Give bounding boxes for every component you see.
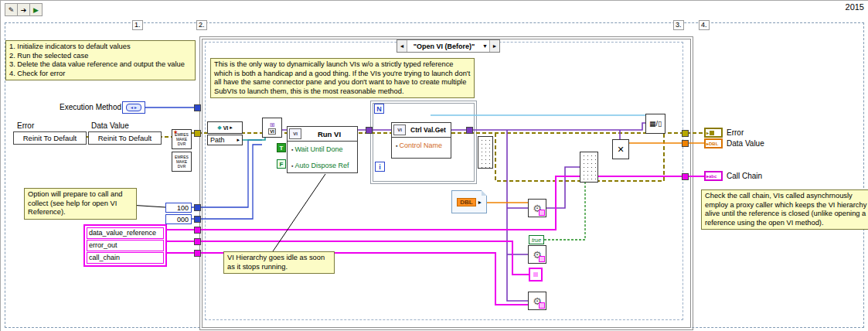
subvi-text-line: DVR bbox=[172, 142, 191, 146]
star-icon: ★ bbox=[173, 130, 178, 135]
cluster-row-data-value-reference[interactable]: data_value_reference bbox=[87, 227, 164, 239]
case-prev-arrow-icon[interactable]: ◄ bbox=[397, 40, 407, 52]
path-property-item[interactable]: Path ▸ bbox=[207, 135, 243, 145]
case-dropdown-icon[interactable]: ▼ bbox=[481, 40, 489, 52]
delete-data-value-reference-icon[interactable]: ✕ bbox=[612, 139, 629, 159]
gear-subvi-icon-3[interactable]: ⚙ bbox=[528, 292, 546, 310]
page-fold bbox=[482, 190, 487, 196]
error-cluster-glyph bbox=[710, 131, 714, 135]
data-value-indicator-terminal[interactable]: ▸ DBL bbox=[704, 138, 723, 148]
arrow-right-icon: ▸ bbox=[230, 125, 233, 131]
cluster-row-call-chain[interactable]: call_chain bbox=[87, 252, 164, 264]
case-selector[interactable]: ◄ "Open VI (Before)" ▼ ► bbox=[397, 39, 500, 53]
string-type-glyph: abc bbox=[709, 174, 717, 179]
dbl-constant-icon[interactable]: DBL ▸ bbox=[451, 190, 487, 213]
vi-class-label: VI bbox=[268, 128, 276, 135]
labview-block-diagram: ✎ ➔ ▶ 2015 1. 2. 3. 4. ◄ "Open VI (Befor… bbox=[0, 0, 868, 331]
comment-dynamic-launch: This is the only way to dynamically laun… bbox=[210, 58, 475, 98]
unbundle-cluster-icon[interactable] bbox=[478, 136, 493, 169]
tunnel-loop-in[interactable] bbox=[366, 127, 373, 134]
data-value-control-label: Data Value bbox=[91, 121, 129, 130]
tunnel-dvr-3[interactable] bbox=[194, 250, 201, 257]
close-reference-icon[interactable]: ▦/▯ bbox=[645, 114, 665, 134]
execution-method-control[interactable]: ◄► bbox=[122, 101, 145, 114]
path-property-label: Path bbox=[210, 136, 225, 144]
param-control-name[interactable]: Control Name bbox=[392, 138, 451, 154]
dvr-cluster-constant[interactable]: data_value_reference error_out call_chai… bbox=[83, 224, 167, 267]
tunnel-int-1[interactable] bbox=[194, 204, 201, 211]
tunnel-error-in[interactable] bbox=[194, 130, 201, 137]
int-wire-1[interactable] bbox=[192, 140, 262, 207]
param-wait-until-done[interactable]: Wait Until Done bbox=[288, 142, 357, 158]
year-label: 2015 bbox=[846, 2, 864, 12]
tunnel-callchain-out[interactable] bbox=[682, 173, 689, 180]
loop-iteration-terminal[interactable]: i bbox=[375, 162, 385, 172]
run-tool-icon[interactable]: ▶ bbox=[29, 3, 43, 16]
ref-square bbox=[533, 272, 538, 277]
arrow-right-icon: ▸ bbox=[237, 137, 240, 143]
call-chain-indicator-terminal[interactable]: ▸ abc bbox=[704, 171, 723, 181]
ref-badge bbox=[539, 302, 545, 309]
wiring-tool-glyph: ➔ bbox=[21, 6, 27, 14]
reinit-error-node[interactable]: Reinit To Default bbox=[13, 131, 87, 145]
reinit-data-value-node[interactable]: Reinit To Default bbox=[88, 131, 162, 145]
comment-call-chain-note: Check the call chain, VIs called asynchr… bbox=[701, 189, 868, 230]
tunnel-error-out[interactable] bbox=[682, 130, 689, 137]
dbl-badge: DBL bbox=[457, 198, 475, 206]
numeric-constant-000[interactable]: 000 bbox=[165, 214, 192, 224]
open-vi-reference-icon[interactable]: ⊞ VI bbox=[262, 118, 282, 138]
gear-subvi-icon-2[interactable]: ⚙ bbox=[528, 245, 546, 264]
tunnel-dvr-1[interactable] bbox=[194, 227, 201, 234]
true-label: true bbox=[532, 237, 541, 243]
cluster-row-error-out[interactable]: error_out bbox=[87, 240, 164, 251]
frame-label-1: 1. bbox=[132, 20, 143, 30]
param-auto-dispose-ref[interactable]: Auto Dispose Ref bbox=[288, 158, 357, 174]
vi-reference-wire-6[interactable] bbox=[546, 167, 580, 208]
ctrl-val-get-invoke-node[interactable]: VI Ctrl Val.Get Control Name bbox=[391, 122, 451, 159]
dvr-wire-1[interactable] bbox=[164, 176, 704, 230]
frame-label-2: 2. bbox=[196, 20, 207, 30]
tunnel-int-2[interactable] bbox=[194, 216, 201, 223]
tunnel-enum[interactable] bbox=[194, 104, 201, 111]
vi-class-label: VI bbox=[223, 125, 229, 131]
execution-method-label: Execution Method bbox=[60, 103, 121, 111]
dvr-wire-2[interactable] bbox=[164, 241, 529, 275]
make-dvr-subvi-icon-1[interactable]: ★ EMRES MAKE DVR bbox=[172, 129, 192, 149]
call-chain-indicator-label: Call Chain bbox=[727, 172, 762, 180]
ref-badge bbox=[539, 210, 545, 216]
run-tool-glyph: ▶ bbox=[33, 6, 39, 14]
make-dvr-subvi-icon-2[interactable]: EMRES MAKE DVR bbox=[172, 152, 192, 172]
tunnel-dvr-2[interactable] bbox=[194, 238, 201, 245]
enum-glyph: ◄► bbox=[126, 104, 141, 111]
error-indicator-terminal[interactable]: ▸ bbox=[704, 128, 723, 138]
vi-property-node-header[interactable]: ◆ VI ▸ bbox=[207, 121, 243, 134]
loop-count-terminal[interactable]: N bbox=[374, 104, 384, 114]
vi-class-icon: VI bbox=[393, 125, 406, 135]
dvr-wire-3[interactable] bbox=[164, 253, 528, 305]
subvi-text-line: DVR bbox=[172, 164, 191, 169]
tunnel-dbl-out[interactable] bbox=[682, 140, 689, 147]
vi-class-icon: VI bbox=[289, 128, 301, 139]
false-constant-flag[interactable]: F bbox=[277, 159, 286, 169]
bundle-cluster-icon[interactable] bbox=[580, 152, 598, 183]
vi-reference-wire-2[interactable] bbox=[451, 123, 646, 130]
dvr-type-icon[interactable] bbox=[529, 268, 543, 282]
case-selector-label[interactable]: "Open VI (Before)" bbox=[407, 40, 481, 52]
comment-option-prepare: Option will prepare to call and collect … bbox=[24, 188, 137, 220]
tunnel-loop-out[interactable] bbox=[466, 127, 473, 134]
ctrl-val-get-title: Ctrl Val.Get bbox=[406, 126, 451, 134]
numeric-constant-100[interactable]: 100 bbox=[165, 203, 192, 213]
data-value-indicator-label: Data Value bbox=[727, 139, 764, 148]
run-vi-invoke-node[interactable]: VI Run VI Wait Until Done Auto Dispose R… bbox=[287, 126, 358, 173]
comment-steps: 1. Initialize indicators to default valu… bbox=[5, 40, 196, 80]
vi-diamond-icon: ◆ bbox=[217, 125, 221, 131]
dbl-type-glyph: DBL bbox=[709, 142, 718, 146]
path-wire[interactable] bbox=[243, 138, 265, 140]
edit-tool-icon[interactable]: ✎ bbox=[5, 3, 18, 16]
true-constant[interactable]: true bbox=[529, 235, 544, 244]
x-glyph: ✕ bbox=[617, 145, 624, 155]
case-next-arrow-icon[interactable]: ► bbox=[489, 40, 499, 52]
gear-subvi-icon-1[interactable]: ⚙ bbox=[528, 199, 546, 217]
true-constant-flag[interactable]: T bbox=[277, 143, 286, 152]
wiring-tool-icon[interactable]: ➔ bbox=[17, 3, 30, 16]
